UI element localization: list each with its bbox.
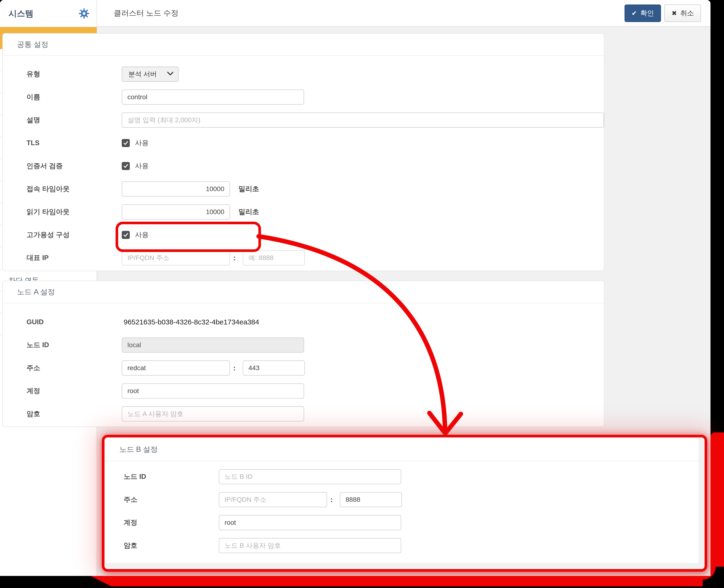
conn-timeout-row: 접속 타임아웃 밀리초 xyxy=(3,177,604,200)
node-b-password-input[interactable] xyxy=(219,538,401,553)
node-a-id-input xyxy=(122,337,304,353)
page-title: 클러스터 노드 수정 xyxy=(114,8,179,19)
vip-label: 대표 IP xyxy=(26,253,122,262)
type-select[interactable]: 분석 서버 xyxy=(122,66,179,82)
ha-label: 고가용성 구성 xyxy=(26,230,122,240)
name-row: 이름 xyxy=(3,85,604,108)
name-input[interactable] xyxy=(122,89,304,105)
cert-verify-checkbox-label: 사용 xyxy=(135,161,149,171)
name-label: 이름 xyxy=(26,92,122,102)
node-a-colon: : xyxy=(233,364,236,372)
node-a-title: 노드 A 설정 xyxy=(3,281,604,303)
node-a-guid-label: GUID xyxy=(26,318,122,326)
check-icon: ✔ xyxy=(632,9,637,17)
node-a-account-label: 계정 xyxy=(26,386,122,396)
node-a-guid-value: 96521635-b038-4326-8c32-4be1734ea384 xyxy=(124,318,259,326)
confirm-button[interactable]: ✔ 확인 xyxy=(624,4,661,22)
node-a-address-input[interactable] xyxy=(122,360,230,376)
topbar: 클러스터 노드 수정 ✔ 확인 ✖ 취소 xyxy=(97,0,710,27)
conn-timeout-label: 접속 타임아웃 xyxy=(26,184,122,194)
description-input[interactable] xyxy=(122,112,604,128)
app-window: 시스템 xyxy=(0,0,710,576)
node-a-password-label: 암호 xyxy=(26,409,122,419)
type-row: 유형 분석 서버 xyxy=(3,63,604,85)
node-a-account-row: 계정 xyxy=(3,379,604,402)
node-b-id-row: 노드 ID xyxy=(105,465,699,488)
read-timeout-input[interactable] xyxy=(122,204,230,219)
topbar-buttons: ✔ 확인 ✖ 취소 xyxy=(624,4,701,22)
vip-address-input[interactable] xyxy=(122,250,230,266)
cancel-button[interactable]: ✖ 취소 xyxy=(664,4,701,22)
tls-checkbox-label: 사용 xyxy=(135,138,149,148)
node-b-title: 노드 B 설정 xyxy=(105,438,699,461)
vip-row: 대표 IP : xyxy=(3,246,604,269)
chevron-down-icon xyxy=(167,72,173,77)
node-b-password-row: 암호 xyxy=(105,534,699,557)
node-a-card: 노드 A 설정 GUID 96521635-b038-4326-8c32-4be… xyxy=(2,280,604,427)
conn-timeout-unit: 밀리초 xyxy=(239,184,259,194)
gear-icon[interactable] xyxy=(79,8,89,19)
read-timeout-row: 읽기 타임아웃 밀리초 xyxy=(3,200,604,223)
cert-verify-checkbox[interactable] xyxy=(122,162,130,170)
node-b-colon: : xyxy=(330,496,333,504)
node-a-account-input[interactable] xyxy=(122,383,304,399)
node-b-card: 노드 B 설정 노드 ID 주소 : 계정 암호 xyxy=(105,438,699,564)
screenshot-stage: 시스템 xyxy=(0,0,724,588)
node-b-address-label: 주소 xyxy=(124,495,219,504)
vip-port-input[interactable] xyxy=(243,250,305,266)
node-b-account-label: 계정 xyxy=(124,518,219,527)
node-b-account-input[interactable] xyxy=(219,515,401,530)
type-label: 유형 xyxy=(26,69,122,79)
node-a-password-row: 암호 xyxy=(3,402,604,425)
ha-checkbox-label: 사용 xyxy=(135,230,149,240)
read-timeout-label: 읽기 타임아웃 xyxy=(26,207,122,217)
cancel-button-label: 취소 xyxy=(680,8,694,18)
sidebar-header: 시스템 xyxy=(0,0,97,27)
x-icon: ✖ xyxy=(671,9,677,17)
description-row: 설명 xyxy=(3,108,604,131)
node-b-port-input[interactable] xyxy=(340,492,402,507)
annotation-right-red-band xyxy=(710,433,724,588)
node-b-id-input[interactable] xyxy=(219,469,401,484)
ha-checkbox[interactable] xyxy=(122,231,130,239)
read-timeout-unit: 밀리초 xyxy=(239,207,259,217)
rounded-corner-mask xyxy=(703,567,724,588)
node-a-guid-row: GUID 96521635-b038-4326-8c32-4be1734ea38… xyxy=(3,311,604,333)
node-a-password-input[interactable] xyxy=(122,406,304,421)
confirm-button-label: 확인 xyxy=(640,8,654,18)
node-b-id-label: 노드 ID xyxy=(124,472,219,481)
node-b-password-label: 암호 xyxy=(124,541,219,550)
type-select-value: 분석 서버 xyxy=(128,70,157,79)
node-a-id-row: 노드 ID xyxy=(3,333,604,356)
common-settings-card: 공통 설정 유형 분석 서버 이름 설명 xyxy=(2,33,604,271)
cert-verify-label: 인증서 검증 xyxy=(26,161,122,171)
node-a-address-row: 주소 : xyxy=(3,356,604,379)
node-b-address-input[interactable] xyxy=(219,492,327,507)
conn-timeout-input[interactable] xyxy=(122,182,230,196)
node-a-address-label: 주소 xyxy=(26,363,122,373)
vip-colon: : xyxy=(233,254,236,262)
node-a-id-label: 노드 ID xyxy=(26,340,122,350)
tls-checkbox[interactable] xyxy=(122,139,130,147)
node-b-address-row: 주소 : xyxy=(105,488,699,511)
tls-row: TLS 사용 xyxy=(3,131,604,154)
description-label: 설명 xyxy=(26,115,122,125)
cert-verify-row: 인증서 검증 사용 xyxy=(3,154,604,177)
ha-row: 고가용성 구성 사용 xyxy=(3,223,604,246)
node-b-account-row: 계정 xyxy=(105,511,699,534)
annotation-bottom-red-bar xyxy=(0,576,724,586)
common-settings-title: 공통 설정 xyxy=(3,34,604,56)
node-a-port-input[interactable] xyxy=(243,360,305,376)
sidebar-title: 시스템 xyxy=(8,8,34,19)
tls-label: TLS xyxy=(26,139,122,147)
